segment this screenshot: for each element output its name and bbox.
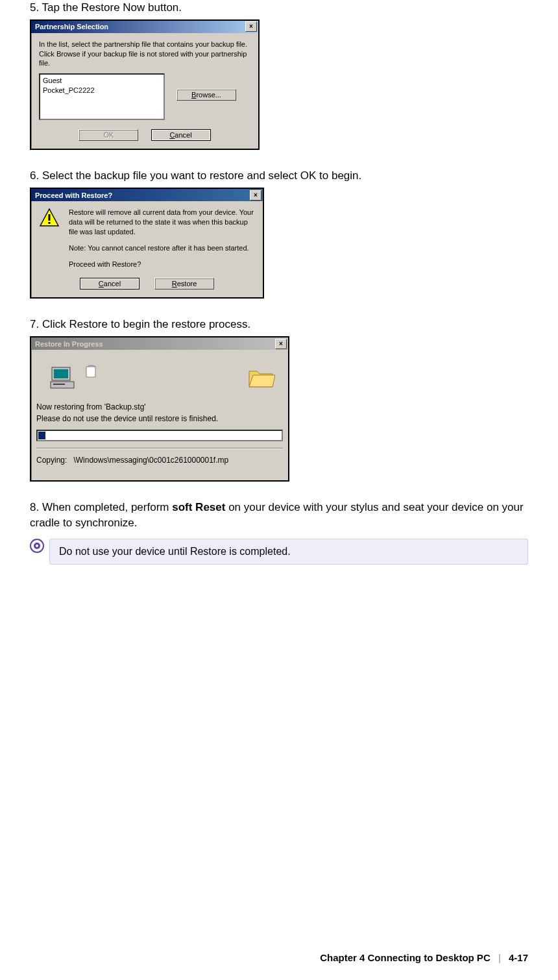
step-8-bold: soft Reset — [172, 501, 225, 513]
separator — [36, 448, 283, 449]
progress-bar — [36, 430, 283, 441]
step-5-text: 5. Tap the Restore Now button. — [30, 0, 528, 16]
step-7-text: 7. Click Restore to begin the restore pr… — [30, 317, 528, 332]
progress-fill — [38, 432, 45, 439]
list-item[interactable]: Guest — [43, 76, 161, 86]
close-icon[interactable]: × — [245, 21, 257, 32]
dialog-instruction: In the list, select the partnership file… — [39, 40, 250, 69]
dialog-message: Note: You cannot cancel restore after it… — [69, 243, 255, 253]
restore-button[interactable]: Restore — [154, 278, 214, 289]
dialog-restore-progress: Restore In Progress × — [30, 336, 289, 482]
svg-rect-1 — [49, 214, 51, 221]
folder-icon — [247, 365, 275, 391]
note-callout: Do not use your device until Restore is … — [49, 539, 528, 565]
svg-rect-6 — [53, 384, 65, 385]
titlebar: Partnership Selection × — [31, 21, 258, 33]
step-6-text: 6. Select the backup file you want to re… — [30, 168, 528, 184]
dialog-partnership-selection: Partnership Selection × In the list, sel… — [30, 19, 260, 151]
partnership-listbox[interactable]: Guest Pocket_PC2222 — [39, 73, 165, 120]
copying-label: Copying: — [36, 456, 67, 465]
svg-point-10 — [36, 545, 38, 547]
footer-chapter: Chapter 4 Connecting to Desktop PC — [320, 952, 491, 963]
list-item[interactable]: Pocket_PC2222 — [43, 86, 161, 95]
progress-line1: Now restoring from 'Backup.stg' — [36, 402, 283, 413]
close-icon[interactable]: × — [250, 190, 261, 201]
dialog-proceed-restore: Proceed with Restore? × Restore will rem… — [30, 188, 264, 299]
dialog-message: Restore will remove all current data fro… — [69, 208, 255, 237]
browse-button[interactable]: Browse... — [176, 89, 236, 101]
titlebar: Proceed with Restore? × — [31, 189, 263, 201]
note-icon — [30, 539, 44, 553]
page-footer: Chapter 4 Connecting to Desktop PC | 4-1… — [320, 952, 528, 963]
ok-button[interactable]: OK — [79, 129, 138, 141]
step-8-part: 8. When completed, perform — [30, 501, 172, 513]
dialog-message: Proceed with Restore? — [69, 260, 255, 269]
progress-line2: Please do not use the device until resto… — [36, 413, 283, 424]
dialog-title: Proceed with Restore? — [35, 191, 112, 199]
step-8-text: 8. When completed, perform soft Reset on… — [30, 500, 528, 531]
cancel-button[interactable]: Cancel — [151, 129, 211, 141]
footer-page-number: 4-17 — [509, 952, 528, 963]
dialog-title: Restore In Progress — [35, 340, 103, 348]
cancel-button[interactable]: Cancel — [80, 278, 140, 289]
titlebar: Restore In Progress × — [31, 337, 288, 350]
svg-rect-4 — [54, 369, 68, 378]
warning-icon — [39, 208, 60, 228]
copying-path: \Windows\messaging\0c001c261000001f.mp — [73, 456, 228, 465]
svg-rect-2 — [49, 222, 51, 224]
footer-separator: | — [498, 952, 501, 963]
dialog-title: Partnership Selection — [35, 23, 108, 31]
svg-rect-7 — [86, 367, 95, 377]
document-icon — [84, 365, 99, 379]
computer-icon — [49, 365, 78, 391]
close-icon[interactable]: × — [275, 339, 287, 349]
